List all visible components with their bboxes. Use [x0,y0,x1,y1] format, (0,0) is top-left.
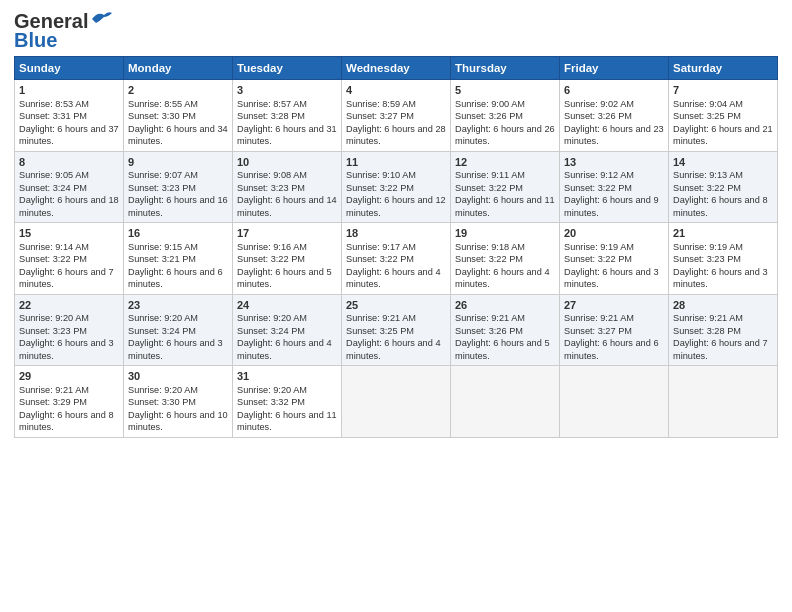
calendar-cell [451,366,560,438]
sunset-text: Sunset: 3:26 PM [455,111,523,121]
daylight-text: Daylight: 6 hours and 37 minutes. [19,124,119,146]
day-number: 2 [128,83,228,98]
sunrise-text: Sunrise: 9:20 AM [128,385,198,395]
sunset-text: Sunset: 3:27 PM [346,111,414,121]
calendar-cell [342,366,451,438]
day-number: 27 [564,298,664,313]
daylight-text: Daylight: 6 hours and 14 minutes. [237,195,337,217]
calendar-cell: 18Sunrise: 9:17 AMSunset: 3:22 PMDayligh… [342,223,451,295]
daylight-text: Daylight: 6 hours and 23 minutes. [564,124,664,146]
sunrise-text: Sunrise: 8:59 AM [346,99,416,109]
calendar-cell: 4Sunrise: 8:59 AMSunset: 3:27 PMDaylight… [342,80,451,152]
sunrise-text: Sunrise: 9:13 AM [673,170,743,180]
daylight-text: Daylight: 6 hours and 4 minutes. [455,267,550,289]
sunrise-text: Sunrise: 9:15 AM [128,242,198,252]
page: General Blue SundayMondayTuesdayWednesda… [0,0,792,612]
week-row-1: 1Sunrise: 8:53 AMSunset: 3:31 PMDaylight… [15,80,778,152]
header-cell-thursday: Thursday [451,57,560,80]
sunrise-text: Sunrise: 9:05 AM [19,170,89,180]
calendar-cell: 12Sunrise: 9:11 AMSunset: 3:22 PMDayligh… [451,151,560,223]
daylight-text: Daylight: 6 hours and 11 minutes. [455,195,555,217]
sunset-text: Sunset: 3:23 PM [19,326,87,336]
day-number: 31 [237,369,337,384]
logo-blue: Blue [14,29,57,52]
sunset-text: Sunset: 3:27 PM [564,326,632,336]
daylight-text: Daylight: 6 hours and 3 minutes. [19,338,114,360]
calendar-cell: 28Sunrise: 9:21 AMSunset: 3:28 PMDayligh… [669,294,778,366]
day-number: 25 [346,298,446,313]
day-number: 26 [455,298,555,313]
sunset-text: Sunset: 3:26 PM [455,326,523,336]
daylight-text: Daylight: 6 hours and 4 minutes. [346,338,441,360]
sunrise-text: Sunrise: 9:20 AM [19,313,89,323]
daylight-text: Daylight: 6 hours and 3 minutes. [564,267,659,289]
calendar-cell [669,366,778,438]
sunset-text: Sunset: 3:24 PM [237,326,305,336]
day-number: 5 [455,83,555,98]
daylight-text: Daylight: 6 hours and 26 minutes. [455,124,555,146]
daylight-text: Daylight: 6 hours and 6 minutes. [564,338,659,360]
calendar-cell: 24Sunrise: 9:20 AMSunset: 3:24 PMDayligh… [233,294,342,366]
day-number: 8 [19,155,119,170]
sunrise-text: Sunrise: 9:20 AM [237,313,307,323]
logo: General Blue [14,10,112,52]
sunset-text: Sunset: 3:24 PM [19,183,87,193]
daylight-text: Daylight: 6 hours and 3 minutes. [673,267,768,289]
daylight-text: Daylight: 6 hours and 5 minutes. [455,338,550,360]
week-row-4: 22Sunrise: 9:20 AMSunset: 3:23 PMDayligh… [15,294,778,366]
sunrise-text: Sunrise: 9:07 AM [128,170,198,180]
daylight-text: Daylight: 6 hours and 11 minutes. [237,410,337,432]
calendar-cell: 10Sunrise: 9:08 AMSunset: 3:23 PMDayligh… [233,151,342,223]
day-number: 12 [455,155,555,170]
daylight-text: Daylight: 6 hours and 7 minutes. [673,338,768,360]
calendar-cell: 6Sunrise: 9:02 AMSunset: 3:26 PMDaylight… [560,80,669,152]
sunset-text: Sunset: 3:23 PM [128,183,196,193]
calendar-cell: 11Sunrise: 9:10 AMSunset: 3:22 PMDayligh… [342,151,451,223]
sunrise-text: Sunrise: 9:02 AM [564,99,634,109]
calendar-table: SundayMondayTuesdayWednesdayThursdayFrid… [14,56,778,438]
calendar-cell: 3Sunrise: 8:57 AMSunset: 3:28 PMDaylight… [233,80,342,152]
sunrise-text: Sunrise: 9:00 AM [455,99,525,109]
sunrise-text: Sunrise: 9:21 AM [19,385,89,395]
sunset-text: Sunset: 3:28 PM [673,326,741,336]
sunrise-text: Sunrise: 9:21 AM [455,313,525,323]
day-number: 23 [128,298,228,313]
sunset-text: Sunset: 3:23 PM [237,183,305,193]
daylight-text: Daylight: 6 hours and 4 minutes. [346,267,441,289]
sunset-text: Sunset: 3:24 PM [128,326,196,336]
day-number: 14 [673,155,773,170]
sunset-text: Sunset: 3:30 PM [128,111,196,121]
day-number: 20 [564,226,664,241]
calendar-cell: 7Sunrise: 9:04 AMSunset: 3:25 PMDaylight… [669,80,778,152]
day-number: 13 [564,155,664,170]
calendar-cell: 19Sunrise: 9:18 AMSunset: 3:22 PMDayligh… [451,223,560,295]
sunrise-text: Sunrise: 9:04 AM [673,99,743,109]
daylight-text: Daylight: 6 hours and 4 minutes. [237,338,332,360]
calendar-cell: 26Sunrise: 9:21 AMSunset: 3:26 PMDayligh… [451,294,560,366]
sunrise-text: Sunrise: 9:20 AM [128,313,198,323]
sunrise-text: Sunrise: 9:11 AM [455,170,525,180]
sunset-text: Sunset: 3:23 PM [673,254,741,264]
calendar-cell: 13Sunrise: 9:12 AMSunset: 3:22 PMDayligh… [560,151,669,223]
sunset-text: Sunset: 3:28 PM [237,111,305,121]
calendar-cell: 22Sunrise: 9:20 AMSunset: 3:23 PMDayligh… [15,294,124,366]
header-cell-friday: Friday [560,57,669,80]
header-cell-monday: Monday [124,57,233,80]
sunset-text: Sunset: 3:22 PM [19,254,87,264]
day-number: 17 [237,226,337,241]
sunset-text: Sunset: 3:22 PM [564,183,632,193]
calendar-cell: 21Sunrise: 9:19 AMSunset: 3:23 PMDayligh… [669,223,778,295]
sunset-text: Sunset: 3:22 PM [455,254,523,264]
sunset-text: Sunset: 3:21 PM [128,254,196,264]
sunrise-text: Sunrise: 9:14 AM [19,242,89,252]
daylight-text: Daylight: 6 hours and 8 minutes. [673,195,768,217]
sunset-text: Sunset: 3:22 PM [346,254,414,264]
calendar-cell: 2Sunrise: 8:55 AMSunset: 3:30 PMDaylight… [124,80,233,152]
daylight-text: Daylight: 6 hours and 7 minutes. [19,267,114,289]
daylight-text: Daylight: 6 hours and 5 minutes. [237,267,332,289]
day-number: 21 [673,226,773,241]
calendar-cell: 29Sunrise: 9:21 AMSunset: 3:29 PMDayligh… [15,366,124,438]
week-row-5: 29Sunrise: 9:21 AMSunset: 3:29 PMDayligh… [15,366,778,438]
day-number: 15 [19,226,119,241]
header-cell-sunday: Sunday [15,57,124,80]
